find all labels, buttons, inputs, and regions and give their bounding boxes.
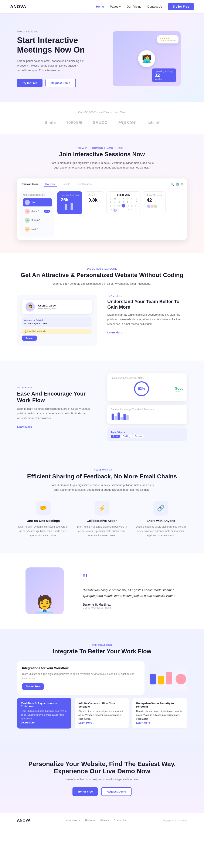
dash-tab-name[interactable]: Thomas Jason xyxy=(20,182,40,187)
dash-sidebar-label: Meeting Schedule xyxy=(23,194,52,196)
meetings-label: Upcoming Meetings xyxy=(155,70,173,72)
footer-link-features[interactable]: Features xyxy=(85,819,95,822)
hero-buttons: Try for Free Request Demo xyxy=(17,79,98,87)
join-sessions-section: View Performing Teams Insights Join Inte… xyxy=(0,134,204,253)
dash-tab-reports[interactable]: Reports xyxy=(60,182,72,187)
integration-main-cta[interactable]: Try for Free xyxy=(22,683,44,690)
sub-int-1: Real-Time & Asynchronous Collaborat Diam… xyxy=(17,698,71,728)
assign-button[interactable]: Assign xyxy=(22,336,37,341)
stars: ★★★★★ xyxy=(160,37,176,39)
cal-header: Feb 24, 2021 xyxy=(109,194,138,196)
trusted-label: Our +50,000 Trusted Teams. Join Over xyxy=(17,111,187,114)
dash-tab-overview[interactable]: Overview xyxy=(44,182,57,187)
integration-main-card: Integrations for Your Workflow Diam id d… xyxy=(17,661,145,695)
sub-integrations: Real-Time & Asynchronous Collaborat Diam… xyxy=(17,698,187,728)
agile-label: Agile Sliders xyxy=(111,431,184,433)
nav-link-home[interactable]: Home xyxy=(96,5,104,8)
dash-search-icon[interactable]: 🔍 xyxy=(171,183,174,186)
how-card-3-title: Share with Anyone xyxy=(134,519,187,523)
hero-demo-button[interactable]: Request Demo xyxy=(46,79,76,87)
progress-status: Good xyxy=(175,386,184,391)
workflow-section: Workflow Ease And Encourage Your Work Fl… xyxy=(0,361,204,454)
rating-label: User Satisfaction xyxy=(160,39,176,42)
cal-days-grid: SMTWTFS 1234567 891011121314 15161718192… xyxy=(109,198,138,212)
footer-link-privacy[interactable]: Privacy xyxy=(100,819,109,822)
sub-int-1-desc: Diam id diam ac turpis dignissim pou ver… xyxy=(21,709,68,720)
join-desc: Diam id diam ac turpis dignissim posuere… xyxy=(47,161,157,170)
cta-desc: We're launching soon — join our waitlist… xyxy=(17,778,187,781)
how-card-2-title: Collaborative Action xyxy=(76,519,128,523)
sub-int-2-link[interactable]: Learn More xyxy=(78,721,92,724)
nav-link-contact[interactable]: Contact Us xyxy=(148,5,162,8)
nav-link-pages[interactable]: Pages ▾ xyxy=(110,5,121,8)
stat-card-1: Business Overview 26k xyxy=(57,191,82,214)
stat-num-2: 0.8k xyxy=(88,197,100,203)
how-card-2-desc: Diam id diam ac turpis dignissim pou ver… xyxy=(76,525,128,537)
hero-try-button[interactable]: Try for Free xyxy=(17,79,43,87)
dash-avatar-1: TJ xyxy=(25,200,30,205)
user-role: Sales Talking Point xyxy=(37,307,57,310)
nav-logo: ANOVA xyxy=(10,4,26,9)
knowledge-label: Creative Knowledge Transfer & Feedback xyxy=(111,408,184,410)
sub-int-3-title: Enterprise-Grade Security to Personal xyxy=(136,702,183,708)
mini-chart xyxy=(61,203,79,211)
footer-links: How it works Features Privacy Contact Us xyxy=(66,819,126,822)
navbar: ANOVA Home Pages ▾ Our Pricing Contact U… xyxy=(0,0,204,13)
team-effort-title: Understand Your Team Better To Gain More xyxy=(107,299,187,310)
dash-sidebar-item-2[interactable]: GB Grace B. New xyxy=(23,207,52,215)
footer-link-contact[interactable]: Contact Us xyxy=(114,819,126,822)
stat-label-2: Growth xyxy=(88,194,100,196)
how-card-2: ⚡ Collaborative Action Diam id diam ac t… xyxy=(76,501,128,537)
cta-title: Personalize Your Website, Find The Easie… xyxy=(17,760,187,775)
sub-int-3-link[interactable]: Learn More xyxy=(136,721,150,724)
hero-desc: Lorem ipsum dolor sit amet, consectetur … xyxy=(17,59,89,73)
sub-int-1-link[interactable]: Learn More xyxy=(21,721,35,724)
stat-label-3: Active Members xyxy=(147,194,162,196)
how-title: Efficient Sharing of Feedback, No More E… xyxy=(17,473,187,480)
mini-chart-2 xyxy=(111,412,184,421)
notification-chip: 🔔 Identified Notification xyxy=(22,329,92,334)
how-works-section: How It Works Efficient Sharing of Feedba… xyxy=(0,454,204,552)
cta-buttons: Try for Free Request Demo xyxy=(17,787,187,796)
how-icon-3: 🔗 xyxy=(153,501,168,516)
footer-link-how[interactable]: How it works xyxy=(66,819,80,822)
dash-avatar-4: MS xyxy=(25,226,30,232)
cta-demo-button[interactable]: Request Demo xyxy=(101,787,131,796)
feature-visual: 👩‍💼 Jason D. Large Sales Talking Point A… xyxy=(17,294,97,346)
hero-image-container: 🧑‍💻 ★★★★★ User Satisfaction Upcoming Mee… xyxy=(112,31,181,86)
integration-main-title: Integrations for Your Workflow xyxy=(22,666,139,670)
dash-sidebar-item-4[interactable]: MS Mark S. xyxy=(23,225,52,233)
testimonial-author: Dwayne S. Martinez xyxy=(83,603,187,606)
agile-items: Sprint Backlog Review xyxy=(111,435,184,438)
integration-main-desc: Diam id diam ac turpis dignissim pou ver… xyxy=(22,672,139,681)
user-avatar-big: 👩‍💼 xyxy=(26,302,35,312)
dash-grid-icon[interactable]: ⊞ xyxy=(181,183,184,186)
engagement-card: Engagement Assessment Matrix 63% Good Go… xyxy=(107,373,187,401)
sub-int-2: Infinite Canvas to Flow Your Versatile D… xyxy=(74,698,129,728)
workflow-visual: Engagement Assessment Matrix 63% Good Go… xyxy=(107,373,187,441)
sub-int-3: Enterprise-Grade Security to Personal Di… xyxy=(132,698,187,728)
workflow-link[interactable]: Learn More xyxy=(17,425,32,428)
how-icon-2: ⚡ xyxy=(95,501,109,516)
engagement-label: Engagement Assessment Matrix xyxy=(111,377,184,379)
hero-label: Welcome to Anova xyxy=(17,30,98,33)
dash-avatar-2: GB xyxy=(25,209,30,214)
sub-int-2-title: Infinite Canvas to Flow Your Versatile xyxy=(78,702,125,708)
testimonial-visual: 🧑‍💼 xyxy=(17,567,72,614)
dash-tab-client-reports[interactable]: Client Reports xyxy=(75,182,93,187)
dashboard-body: Meeting Schedule TJ Tom J. GB Grace B. N… xyxy=(20,191,184,237)
workflow-text: Workflow Ease And Encourage Your Work Fl… xyxy=(17,386,97,429)
hero-title: Start Interactive Meetings Now On xyxy=(17,36,98,55)
dashboard-preview: Thomas Jason Overview Reports Client Rep… xyxy=(17,179,187,240)
dash-sidebar-item-1[interactable]: TJ Tom J. xyxy=(23,198,52,207)
dash-sidebar-item-3[interactable]: RC Robert C. xyxy=(23,216,52,224)
meetings-num: 32 xyxy=(155,72,173,78)
team-effort-link[interactable]: Learn More xyxy=(107,331,122,334)
progress-circle: 63% xyxy=(134,381,149,396)
nav-link-pricing[interactable]: Our Pricing xyxy=(127,5,142,8)
dash-avatar-3: RC xyxy=(25,218,30,223)
dash-settings-icon[interactable]: ⚙️ xyxy=(176,183,179,186)
stat-num-3: 42 xyxy=(147,197,162,203)
cta-try-button[interactable]: Try for Free xyxy=(73,787,98,796)
nav-cta-button[interactable]: Try for Free xyxy=(168,3,194,10)
